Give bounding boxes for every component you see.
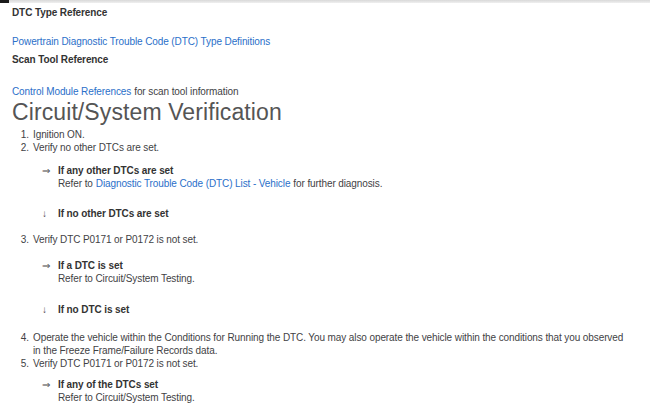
step-number: 1. (12, 128, 33, 141)
link-dtc-list-vehicle[interactable]: Diagnostic Trouble Code (DTC) List - Veh… (96, 178, 291, 189)
branch-head: ⇒ If any other DTCs are set (42, 164, 635, 177)
step-number: 5. (12, 357, 33, 370)
branch-label: If no other DTCs are set (58, 207, 168, 220)
list-item-2: 2. Verify no other DTCs are set. (12, 141, 635, 154)
double-right-arrow-icon: ⇒ (42, 164, 54, 177)
branch-label: If any of the DTCs set (58, 378, 158, 391)
branch-label: If a DTC is set (58, 259, 123, 272)
step-text: Operate the vehicle within the Condition… (33, 331, 629, 357)
step-text: Verify DTC P0171 or P0172 is not set. (33, 233, 629, 246)
branch-condition-no-other-dtcs: ↓ If no other DTCs are set (42, 207, 635, 220)
down-arrow-icon: ↓ (42, 303, 54, 316)
branch-condition-a-dtc-is-set: ⇒ If a DTC is set Refer to Circuit/Syste… (42, 259, 635, 285)
double-right-arrow-icon: ⇒ (42, 378, 54, 391)
step-text: Verify no other DTCs are set. (33, 141, 629, 154)
link-control-module-references[interactable]: Control Module References (12, 86, 131, 97)
step-text: Ignition ON. (33, 128, 629, 141)
branch-condition-any-other-dtcs: ⇒ If any other DTCs are set Refer toDiag… (42, 164, 635, 190)
list-item-1: 1. Ignition ON. (12, 128, 635, 141)
branch-condition-no-dtc-is-set: ↓ If no DTC is set (42, 303, 635, 316)
branch-condition-any-of-the-dtcs-set: ⇒ If any of the DTCs set Refer to Circui… (42, 378, 635, 404)
down-arrow-icon: ↓ (42, 207, 54, 220)
page-title: Circuit/System Verification (12, 100, 635, 124)
branch-label: If no DTC is set (58, 303, 129, 316)
branch-head: ⇒ If any of the DTCs set (42, 378, 635, 391)
scan-tool-link-suffix: for scan tool information (134, 86, 238, 97)
link-powertrain-dtc-type-definitions[interactable]: Powertrain Diagnostic Trouble Code (DTC)… (12, 36, 270, 47)
document-content: DTC Type Reference Powertrain Diagnostic… (0, 6, 650, 404)
dtc-type-link-row: Powertrain Diagnostic Trouble Code (DTC)… (12, 35, 635, 48)
double-right-arrow-icon: ⇒ (42, 259, 54, 272)
list-item-4: 4. Operate the vehicle within the Condit… (12, 331, 635, 357)
refer-line: Refer to Circuit/System Testing. (58, 272, 635, 285)
list-item-3: 3. Verify DTC P0171 or P0172 is not set. (12, 233, 635, 246)
refer-line: Refer toDiagnostic Trouble Code (DTC) Li… (58, 177, 635, 190)
scan-tool-link-row: Control Module Referencesfor scan tool i… (12, 85, 635, 98)
section-heading-dtc-type-reference: DTC Type Reference (12, 6, 635, 19)
branch-head: ⇒ If a DTC is set (42, 259, 635, 272)
section-heading-scan-tool-reference: Scan Tool Reference (12, 53, 635, 66)
top-progress-accent (0, 0, 9, 3)
top-progress-bar (0, 0, 650, 3)
step-number: 4. (12, 331, 33, 357)
refer-suffix: for further diagnosis. (293, 178, 382, 189)
step-number: 3. (12, 233, 33, 246)
list-item-5: 5. Verify DTC P0171 or P0172 is not set. (12, 357, 635, 370)
step-text: Verify DTC P0171 or P0172 is not set. (33, 357, 629, 370)
refer-line: Refer to Circuit/System Testing. (58, 391, 635, 404)
refer-prefix: Refer to (58, 178, 93, 189)
step-number: 2. (12, 141, 33, 154)
branch-label: If any other DTCs are set (58, 164, 173, 177)
